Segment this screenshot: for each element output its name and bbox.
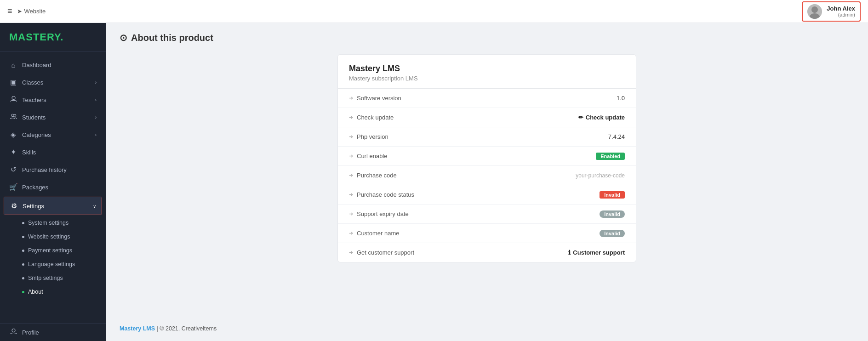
- row-get-customer-support: ➜ Get customer support ℹ Customer suppor…: [338, 243, 636, 262]
- value-software-version: 1.0: [617, 95, 625, 102]
- info-icon: ℹ: [568, 249, 571, 256]
- sidebar-item-language-settings[interactable]: Language settings: [0, 257, 106, 271]
- arrow-icon: ➜: [349, 211, 353, 217]
- chevron-right-icon: ›: [95, 97, 97, 102]
- dot-icon: [22, 263, 24, 266]
- sidebar-item-label: Packages: [22, 184, 48, 191]
- sidebar-sub-label: Smtp settings: [28, 275, 63, 281]
- sidebar-item-smtp-settings[interactable]: Smtp settings: [0, 271, 106, 285]
- svg-point-4: [11, 114, 14, 117]
- sidebar-item-payment-settings[interactable]: Payment settings: [0, 244, 106, 257]
- sidebar-sub-label: Payment settings: [28, 247, 72, 254]
- hamburger-icon[interactable]: ≡: [7, 6, 12, 16]
- check-update-button[interactable]: ✏ Check update: [578, 114, 625, 121]
- value-get-customer-support[interactable]: ℹ Customer support: [568, 249, 625, 256]
- arrow-icon: ➜: [349, 134, 353, 140]
- sidebar-item-system-settings[interactable]: System settings: [0, 216, 106, 230]
- user-profile-widget[interactable]: John Alex (admin): [802, 1, 861, 22]
- sidebar-item-label: Settings: [23, 203, 44, 210]
- profile-icon: [9, 328, 17, 336]
- svg-point-6: [12, 329, 15, 332]
- row-check-update: ➜ Check update ✏ Check update: [338, 108, 636, 127]
- arrow-icon: ➜: [349, 192, 353, 198]
- sidebar-item-label: Purchase history: [22, 166, 67, 173]
- sidebar-item-skills[interactable]: ✦ Skills: [0, 143, 106, 161]
- sidebar-item-packages[interactable]: 🛒 Packages: [0, 178, 106, 196]
- value-php-version: 7.4.24: [608, 133, 625, 140]
- sidebar-item-categories[interactable]: ◈ Categories ›: [0, 126, 106, 143]
- customer-support-button[interactable]: ℹ Customer support: [568, 249, 625, 256]
- user-role: (admin): [838, 12, 855, 17]
- students-icon: [9, 113, 17, 121]
- layout: MASTERY. ⌂ Dashboard ▣ Classes › Teacher…: [0, 23, 868, 341]
- card-subtitle: Mastery subscription LMS: [349, 75, 625, 82]
- about-card: Mastery LMS Mastery subscription LMS ➜ S…: [337, 54, 636, 262]
- value-purchase-code: your-purchase-code: [576, 172, 625, 179]
- sidebar-item-settings[interactable]: ⚙ Settings ∨: [4, 197, 102, 215]
- arrow-icon: ➜: [349, 172, 353, 178]
- footer-link[interactable]: Mastery LMS: [120, 325, 155, 332]
- arrow-icon: ➜: [349, 114, 353, 120]
- sidebar-sub-label: Language settings: [28, 261, 75, 267]
- row-php-version: ➜ Php version 7.4.24: [338, 127, 636, 147]
- value-purchase-code-status: Invalid: [600, 191, 625, 198]
- dashboard-icon: ⌂: [9, 61, 17, 69]
- sidebar-item-students[interactable]: Students ›: [0, 108, 106, 126]
- value-check-update[interactable]: ✏ Check update: [578, 114, 625, 121]
- topbar: ≡ ➤ Website John Alex (admin): [0, 0, 868, 23]
- sidebar-item-label: Profile: [22, 329, 39, 336]
- value-support-expiry-date: Invalid: [600, 210, 625, 217]
- card-title: Mastery LMS: [349, 64, 625, 74]
- row-software-version: ➜ Software version 1.0: [338, 89, 636, 108]
- purchase-history-icon: ↺: [9, 165, 17, 174]
- value-customer-name: Invalid: [600, 230, 625, 237]
- main-content: ⊙ About this product Mastery LMS Mastery…: [106, 23, 868, 316]
- page-title-icon: ⊙: [120, 32, 127, 43]
- teachers-icon: [9, 96, 17, 104]
- chevron-right-icon: ›: [95, 80, 97, 85]
- sidebar-item-purchase-history[interactable]: ↺ Purchase history: [0, 161, 106, 178]
- sidebar-item-label: Skills: [22, 149, 36, 156]
- card-header: Mastery LMS Mastery subscription LMS: [338, 55, 636, 89]
- value-curl-enable: Enabled: [596, 153, 625, 159]
- sidebar-item-teachers[interactable]: Teachers ›: [0, 91, 106, 108]
- sidebar-item-website-settings[interactable]: Website settings: [0, 230, 106, 244]
- avatar: [807, 4, 822, 19]
- page-title: ⊙ About this product: [120, 32, 854, 43]
- arrow-icon: ➜: [349, 250, 353, 256]
- sidebar-item-label: Categories: [22, 131, 51, 138]
- pencil-icon: ✏: [578, 114, 583, 121]
- sidebar-item-label: Classes: [22, 79, 43, 86]
- website-link[interactable]: ➤ Website: [17, 8, 46, 15]
- chevron-right-icon: ›: [95, 115, 97, 120]
- svg-point-5: [14, 114, 16, 116]
- sidebar-item-label: Teachers: [22, 97, 46, 103]
- dot-icon: [22, 236, 24, 238]
- sidebar: MASTERY. ⌂ Dashboard ▣ Classes › Teacher…: [0, 23, 106, 341]
- dot-icon: [22, 291, 24, 293]
- categories-icon: ◈: [9, 131, 17, 139]
- user-info: John Alex (admin): [827, 5, 855, 17]
- svg-point-3: [12, 97, 15, 100]
- sidebar-item-classes[interactable]: ▣ Classes ›: [0, 74, 106, 91]
- sidebar-item-about[interactable]: About ←: [0, 285, 106, 299]
- label-php-version: ➜ Php version: [349, 133, 608, 140]
- enabled-badge: Enabled: [596, 153, 625, 160]
- label-purchase-code: ➜ Purchase code: [349, 172, 576, 179]
- label-purchase-code-status: ➜ Purchase code status: [349, 191, 600, 198]
- svg-point-1: [811, 6, 818, 13]
- settings-submenu: System settings Website settings Payment…: [0, 216, 106, 299]
- dot-icon: [22, 222, 24, 224]
- row-support-expiry-date: ➜ Support expiry date Invalid: [338, 205, 636, 224]
- sidebar-item-profile[interactable]: Profile: [0, 324, 106, 341]
- website-label: Website: [24, 8, 46, 15]
- row-purchase-code: ➜ Purchase code your-purchase-code: [338, 166, 636, 185]
- sidebar-item-dashboard[interactable]: ⌂ Dashboard: [0, 57, 106, 74]
- skills-icon: ✦: [9, 148, 17, 156]
- label-curl-enable: ➜ Curl enable: [349, 153, 596, 159]
- arrow-icon: ➜: [349, 153, 353, 159]
- classes-icon: ▣: [9, 78, 17, 86]
- label-support-expiry-date: ➜ Support expiry date: [349, 210, 600, 217]
- chevron-down-icon: ∨: [93, 204, 96, 209]
- packages-icon: 🛒: [9, 183, 17, 191]
